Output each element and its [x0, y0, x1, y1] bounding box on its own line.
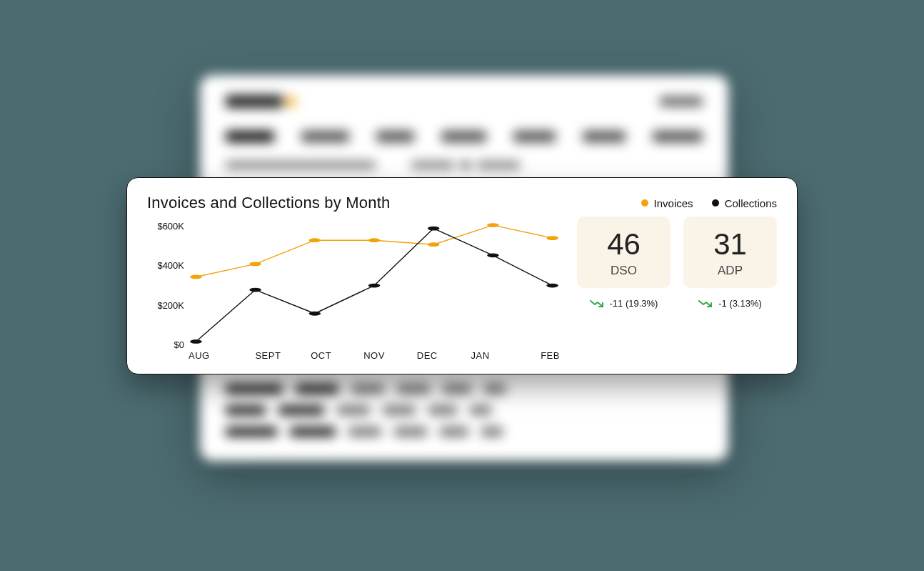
x-tick: DEC [401, 350, 453, 361]
chart: $600K $400K $200K $0 AUG SEPT OCT NOV DE… [147, 217, 560, 361]
legend-label: Collections [725, 197, 777, 209]
legend-item-invoices[interactable]: Invoices [641, 197, 693, 209]
legend-item-collections[interactable]: Collections [712, 197, 777, 209]
chart-plot-area: $600K $400K $200K $0 [189, 217, 560, 346]
kpi-label: ADP [718, 264, 743, 278]
kpi-value: 46 [607, 229, 641, 259]
kpi-delta-text: -1 (3.13%) [718, 298, 762, 309]
kpi-delta-adp: -1 (3.13%) [683, 298, 777, 309]
svg-point-1 [249, 262, 261, 266]
kpi-dso[interactable]: 46 DSO [577, 217, 671, 288]
x-tick: JAN [453, 350, 506, 361]
y-tick: $200K [147, 300, 184, 311]
svg-point-9 [308, 312, 321, 316]
chart-card: Invoices and Collections by Month Invoic… [126, 177, 798, 374]
y-tick: $400K [147, 260, 184, 271]
x-axis-labels: AUG SEPT OCT NOV DEC JAN FEB [189, 350, 560, 361]
x-tick: OCT [295, 350, 348, 361]
x-tick: AUG [189, 350, 241, 361]
svg-point-8 [249, 288, 261, 292]
y-axis-labels: $600K $400K $200K $0 [147, 217, 184, 346]
svg-point-2 [308, 238, 321, 242]
kpi-delta-dso: -11 (19.3%) [577, 298, 671, 309]
x-tick: FEB [507, 350, 560, 361]
kpi-value: 31 [713, 229, 747, 259]
kpi-adp[interactable]: 31 ADP [683, 217, 777, 288]
chart-legend: Invoices Collections [641, 197, 777, 209]
svg-point-13 [546, 284, 558, 288]
svg-point-12 [487, 253, 499, 257]
x-tick: SEPT [241, 350, 294, 361]
main-tabs [226, 131, 703, 142]
card-header: Invoices and Collections by Month Invoic… [147, 194, 777, 212]
app-logo [226, 95, 283, 108]
svg-point-0 [190, 275, 202, 279]
chart-svg [189, 217, 560, 346]
trend-down-icon [698, 299, 713, 309]
kpi-panel: 46 DSO 31 ADP -11 (19.3%) [577, 217, 777, 361]
svg-point-7 [190, 339, 202, 344]
card-title: Invoices and Collections by Month [147, 194, 390, 212]
trend-down-icon [590, 299, 604, 309]
svg-point-10 [368, 284, 381, 288]
y-tick: $0 [147, 339, 184, 350]
svg-point-3 [368, 238, 381, 242]
legend-dot-icon [641, 199, 648, 207]
svg-point-5 [487, 223, 499, 227]
svg-point-6 [546, 236, 558, 240]
legend-dot-icon [712, 199, 719, 207]
kpi-delta-text: -11 (19.3%) [610, 298, 658, 309]
x-tick: NOV [348, 350, 401, 361]
svg-point-11 [428, 227, 440, 231]
legend-label: Invoices [654, 197, 693, 209]
kpi-label: DSO [611, 264, 637, 278]
y-tick: $600K [147, 221, 184, 232]
svg-point-4 [428, 242, 440, 247]
account-menu [660, 96, 703, 106]
